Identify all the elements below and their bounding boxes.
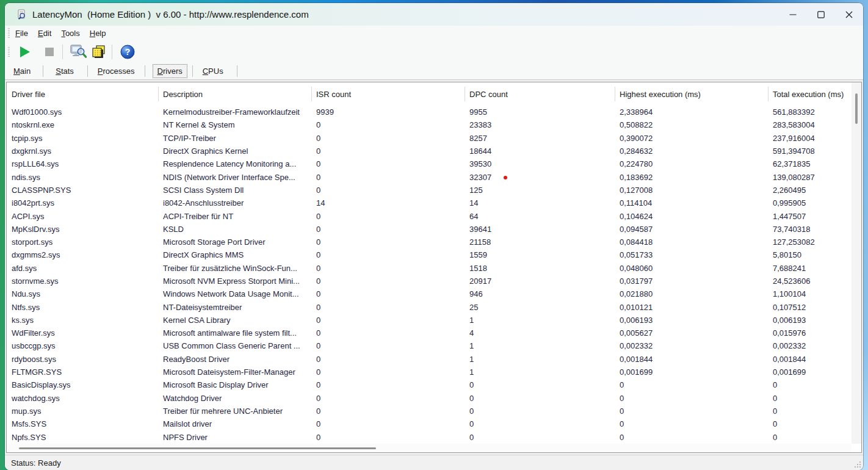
maximize-button[interactable] (807, 3, 835, 26)
menu-tools[interactable]: Tools (57, 27, 84, 39)
menu-edit[interactable]: Edit (34, 27, 56, 39)
cell-dpc-count: 20917 (469, 275, 615, 287)
stop-icon (45, 48, 54, 56)
cell-total-execution: 591,394708 (773, 145, 852, 157)
cell-isr-count: 0 (316, 353, 465, 366)
stop-monitor-button[interactable] (40, 43, 59, 61)
table-row[interactable]: mup.sysTreiber für mehrere UNC-Anbieter0… (7, 405, 852, 418)
column-divider[interactable] (158, 87, 159, 101)
cell-description: Kernelmodustreiber-Frameworklaufzeit (163, 106, 311, 118)
tab-cpus[interactable]: CPUs (198, 64, 228, 78)
cell-total-execution: 0,001699 (773, 366, 852, 378)
cell-highest-execution: 0,001844 (620, 353, 768, 366)
table-row[interactable]: Msfs.SYSMailslot driver0000 (7, 418, 852, 430)
column-divider[interactable] (768, 87, 769, 101)
table-row[interactable]: stornvme.sysMicrosoft NVM Express Storpo… (7, 275, 852, 287)
help-button[interactable]: ? (118, 43, 137, 61)
start-monitor-button[interactable] (16, 43, 34, 61)
horizontal-scrollbar[interactable] (7, 444, 852, 452)
cell-dpc-count: 1 (469, 339, 615, 352)
tab-stats[interactable]: Stats (51, 64, 79, 78)
cell-isr-count: 0 (316, 287, 465, 300)
table-row[interactable]: ndis.sysNDIS (Network Driver Interface S… (7, 170, 852, 183)
cell-description: Microsoft antimalware file system filt..… (163, 327, 311, 339)
table-row[interactable]: rspLLL64.sysResplendence Latency Monitor… (7, 157, 852, 170)
tab-processes[interactable]: Processes (93, 64, 140, 78)
cell-highest-execution: 0,048060 (620, 262, 768, 275)
cell-highest-execution: 0,006193 (620, 314, 768, 327)
table-header: Driver file Description ISR count DPC co… (7, 82, 852, 106)
cell-total-execution: 1,447507 (773, 209, 852, 222)
resize-grip[interactable] (855, 461, 861, 468)
tab-drivers[interactable]: Drivers (153, 64, 187, 78)
column-header-highest-execution[interactable]: Highest execution (ms) (620, 82, 768, 106)
column-header-dpc-count[interactable]: DPC count (469, 82, 615, 106)
menubar-gripper[interactable] (8, 28, 10, 38)
table-row[interactable]: rdyboost.sysReadyBoost Driver010,0018440… (7, 353, 852, 366)
cell-description: Resplendence Latency Monitoring a... (163, 157, 311, 170)
cell-dpc-count: 18644 (469, 145, 615, 157)
status-text: Status: Ready (11, 458, 61, 468)
column-divider[interactable] (465, 87, 465, 101)
table-row[interactable]: Ndu.sysWindows Network Data Usage Monit.… (7, 287, 852, 300)
close-button[interactable] (835, 3, 863, 26)
vertical-scrollbar[interactable] (852, 82, 861, 444)
tab-separator (237, 65, 237, 77)
table-row[interactable]: tcpip.sysTCP/IP-Treiber082570,390072237,… (7, 132, 852, 145)
column-header-driver-file[interactable]: Driver file (12, 82, 158, 106)
cell-driver-file: rspLLL64.sys (12, 157, 158, 170)
cell-total-execution: 0,001844 (773, 353, 852, 366)
vertical-scrollbar-thumb[interactable] (855, 93, 858, 124)
cell-isr-count: 0 (316, 314, 465, 327)
table-row[interactable]: Wdf01000.sysKernelmodustreiber-Framework… (7, 106, 852, 118)
analyze-button[interactable] (69, 43, 87, 61)
table-row[interactable]: afd.sysTreiber für zusätzliche WinSock-F… (7, 262, 852, 275)
table-row[interactable]: FLTMGR.SYSMicrosoft Dateisystem-Filter-M… (7, 366, 852, 378)
cell-total-execution: 24,523606 (773, 275, 852, 287)
cell-driver-file: ndis.sys (12, 170, 158, 183)
table-row[interactable]: dxgkrnl.sysDirectX Graphics Kernel018644… (7, 145, 852, 157)
table-row[interactable]: usbccgp.sysUSB Common Class Generic Pare… (7, 339, 852, 352)
horizontal-scrollbar-thumb[interactable] (19, 447, 376, 449)
table-row[interactable]: MpKslDrv.sysKSLD0396410,09458773,740318 (7, 223, 852, 236)
cell-dpc-count: 39530 (469, 157, 615, 170)
table-row[interactable]: WdFilter.sysMicrosoft antimalware file s… (7, 327, 852, 339)
column-divider[interactable] (615, 87, 615, 101)
column-header-total-execution[interactable]: Total execution (ms) (773, 82, 852, 106)
table-row[interactable]: ACPI.sysACPI-Treiber für NT0640,1046241,… (7, 209, 852, 222)
menu-help[interactable]: Help (85, 27, 110, 39)
cell-dpc-count: 21158 (469, 236, 615, 248)
table-row[interactable]: dxgmms2.sysDirectX Graphics MMS015590,05… (7, 248, 852, 261)
column-divider[interactable] (311, 87, 312, 101)
cell-driver-file: MpKslDrv.sys (12, 223, 158, 236)
cell-dpc-count: 32307 (469, 170, 615, 183)
cell-highest-execution: 0 (620, 378, 768, 391)
table-row[interactable]: ntoskrnl.exeNT Kernel & System0233830,50… (7, 118, 852, 131)
cell-description: USB Common Class Generic Parent ... (163, 339, 311, 352)
cell-description: Treiber für zusätzliche WinSock-Fun... (163, 262, 311, 275)
table-row[interactable]: CLASSPNP.SYSSCSI Class System Dll01250,1… (7, 184, 852, 197)
table-row[interactable]: i8042prt.sysi8042-Anschlusstreiber14140,… (7, 197, 852, 209)
menu-file[interactable]: File (11, 27, 32, 39)
cell-driver-file: afd.sys (12, 262, 158, 275)
cell-isr-count: 0 (316, 300, 465, 313)
column-header-isr-count[interactable]: ISR count (316, 82, 465, 106)
table-row[interactable]: storport.sysMicrosoft Storage Port Drive… (7, 236, 852, 248)
column-header-description[interactable]: Description (163, 82, 311, 106)
cell-isr-count: 0 (316, 327, 465, 339)
minimize-button[interactable] (779, 3, 807, 26)
table-row[interactable]: ks.sysKernel CSA Library010,0061930,0061… (7, 314, 852, 327)
title-bar[interactable]: LatencyMon (Home Edition ) v 6.00 - http… (5, 3, 863, 26)
windows-button[interactable] (90, 43, 108, 61)
table-row[interactable]: watchdog.sysWatchdog Driver0000 (7, 392, 852, 405)
toolbar-gripper[interactable] (8, 47, 10, 57)
cell-dpc-count: 0 (469, 392, 615, 405)
table-row[interactable]: Ntfs.sysNT-Dateisystemtreiber0250,010121… (7, 300, 852, 313)
table-row[interactable]: BasicDisplay.sysMicrosoft Basic Display … (7, 378, 852, 391)
tab-main[interactable]: Main (9, 64, 35, 78)
cell-highest-execution: 0,127008 (620, 184, 768, 197)
table-row[interactable]: Npfs.SYSNPFS Driver0000 (7, 430, 852, 443)
tab-separator (145, 65, 145, 77)
cell-highest-execution: 0,084418 (620, 236, 768, 248)
latencymon-window: LatencyMon (Home Edition ) v 6.00 - http… (5, 3, 863, 470)
